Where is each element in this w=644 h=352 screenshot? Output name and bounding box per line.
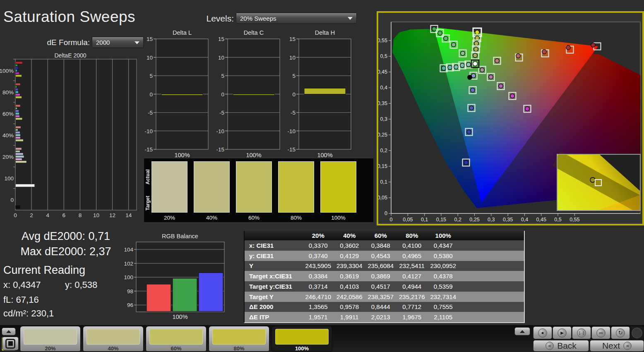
svg-text:0,4: 0,4: [380, 85, 387, 91]
table-cell: 2,0213: [365, 312, 396, 322]
svg-text:5: 5: [292, 73, 296, 79]
rgb-balance-chart: 1041021009896RGB Balance100%: [124, 233, 232, 322]
level-tile-100%[interactable]: 100%: [272, 326, 332, 352]
table-header-cell: 100%: [428, 231, 459, 240]
svg-text:0: 0: [384, 211, 387, 216]
svg-text:15: 15: [147, 36, 153, 42]
current-reading-title: Current Reading: [3, 264, 85, 277]
svg-text:4: 4: [46, 212, 49, 218]
svg-text:-5: -5: [148, 110, 153, 116]
table-cell: 0,7555: [428, 302, 459, 312]
svg-text:104: 104: [124, 247, 133, 253]
stop-toggle-button[interactable]: [2, 337, 19, 350]
table-row: y: CIE310,37400,41290,45430,49650,5380: [245, 251, 524, 261]
table-cell: 0,7712: [396, 302, 428, 312]
cie-white-measured: [467, 75, 472, 80]
levels-dropdown[interactable]: 20% Sweeps: [236, 13, 357, 24]
svg-text:14: 14: [125, 212, 132, 218]
svg-text:0,35: 0,35: [503, 217, 513, 223]
svg-text:0,55: 0,55: [570, 217, 579, 223]
swatch-label: 100%: [320, 215, 356, 221]
table-cell: 2,1105: [428, 312, 459, 322]
cie-measured-magenta: [525, 107, 529, 111]
cie-measured-magenta: [489, 75, 493, 79]
table-row: Y243,5905239,3304235,6084232,5411230,095…: [245, 261, 524, 271]
level-tile-80%[interactable]: 80%: [209, 326, 269, 352]
avg-de2000-stat: Avg dE2000: 0,71: [0, 230, 132, 243]
stop-button[interactable]: ■: [533, 326, 552, 339]
table-cell: 0,3384: [303, 271, 334, 281]
cie-1976-diagram-panel[interactable]: CIE 1976 u'v' 00,050,10,150,20,250,30,35…: [377, 11, 644, 225]
svg-text:-5: -5: [219, 110, 224, 116]
actual-target-swatch-panel: Actual Target 20%40%60%80%100%: [144, 158, 373, 222]
cie-measured-red: [542, 50, 546, 54]
collapse-right-button[interactable]: [514, 327, 530, 335]
svg-text:-15: -15: [144, 146, 153, 153]
table-cell: 0,3740: [303, 251, 334, 261]
cie-measured-yellow: [474, 41, 478, 45]
cie-measured-red: [495, 59, 499, 63]
svg-text:20%: 20%: [2, 154, 14, 160]
swatch-label: 60%: [236, 215, 272, 221]
table-row-filler: [459, 261, 524, 271]
svg-text:0: 0: [14, 212, 17, 218]
table-row-filler: [459, 251, 524, 261]
back-button[interactable]: « Back: [533, 340, 589, 352]
svg-text:0,45: 0,45: [378, 69, 387, 75]
current-reading-y: y: 0,538: [65, 280, 97, 290]
svg-text:0: 0: [292, 91, 296, 98]
color-swatch-100%: [320, 161, 356, 213]
table-header-cell: 20%: [303, 231, 334, 240]
table-row-filler: [459, 312, 524, 322]
collapse-left-button[interactable]: [2, 328, 16, 335]
svg-text:0,5: 0,5: [554, 217, 561, 223]
cie-measured-cyan: [454, 65, 458, 69]
cie-measured-green: [444, 36, 448, 41]
table-row: ΔE ITP1,95711,99112,02131,96752,1105: [245, 312, 524, 322]
svg-text:102: 102: [124, 261, 133, 267]
play-button[interactable]: ▶: [553, 326, 572, 339]
svg-text:0,25: 0,25: [378, 132, 387, 138]
repeat-button[interactable]: ↻: [611, 326, 630, 339]
table-row-label: ΔE 2000: [245, 302, 303, 312]
delta-l-chart: 151050-5-10-15Delta L100%: [141, 29, 217, 159]
deltae-2000-chart: DeltaE 200002468101214100%80%60%40%20%10…: [0, 53, 143, 220]
table-cell: 0,4965: [396, 251, 428, 261]
ab-repeat-button[interactable]: [··]: [572, 326, 591, 339]
record-indicator-icon[interactable]: [632, 328, 642, 338]
cie-measured-cyan: [460, 63, 464, 67]
svg-text:5: 5: [221, 73, 224, 79]
level-tile-60%[interactable]: 60%: [146, 326, 207, 352]
cie-measured-blue: [467, 130, 471, 134]
cie-measured-cyan: [466, 62, 471, 67]
svg-text:-10: -10: [287, 128, 296, 134]
chevron-left-icon: «: [545, 342, 554, 350]
tile-swatch: [87, 329, 140, 345]
table-row-label: x: CIE31: [245, 240, 303, 251]
cie-measured-green: [432, 27, 436, 31]
svg-text:0,45: 0,45: [536, 217, 546, 223]
tile-label: 60%: [146, 345, 206, 352]
cie-measured-green: [452, 43, 456, 47]
swatch-label: 40%: [194, 215, 230, 221]
table-cell: 0,4100: [396, 240, 428, 251]
svg-text:-5: -5: [291, 110, 296, 116]
actual-label: Actual: [145, 163, 151, 192]
chevron-right-icon: »: [623, 342, 632, 350]
next-button[interactable]: Next »: [590, 340, 644, 352]
color-swatch-80%: [278, 161, 314, 213]
table-row: Target Y246,4710242,0586238,3257235,2176…: [245, 292, 524, 302]
level-tile-40%[interactable]: 40%: [83, 326, 144, 352]
level-tile-20%[interactable]: 20%: [20, 326, 81, 352]
swatch-label: 80%: [278, 215, 314, 221]
loop-infinite-button[interactable]: ∞: [591, 326, 610, 339]
cie-measured-blue: [469, 106, 473, 110]
current-reading-cdm2: cd/m²: 230,1: [3, 308, 54, 319]
de-formula-dropdown[interactable]: 2000: [92, 37, 144, 48]
color-swatch-20%: [151, 161, 187, 213]
table-cell: 0,3619: [334, 271, 365, 281]
svg-text:10: 10: [147, 55, 153, 61]
svg-text:0,3: 0,3: [488, 217, 495, 223]
svg-text:-10: -10: [216, 128, 224, 134]
svg-text:0: 0: [390, 217, 393, 223]
